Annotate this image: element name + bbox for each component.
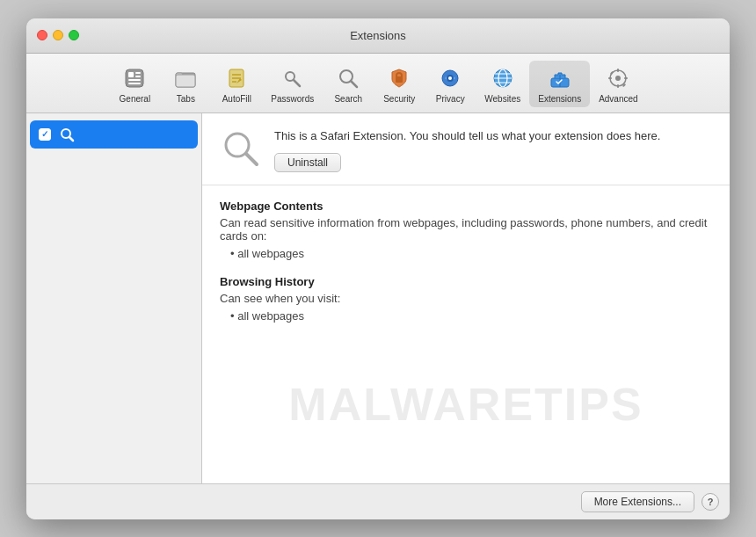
passwords-icon (279, 64, 307, 92)
extension-description: This is a Safari Extension. You should t… (274, 127, 712, 145)
toolbar-item-extensions[interactable]: Extensions (529, 61, 590, 107)
autofill-label: AutoFill (222, 94, 251, 104)
extension-icon-large (220, 127, 262, 170)
search-toolbar-icon (334, 64, 362, 92)
svg-rect-2 (135, 72, 141, 74)
window-title: Extensions (350, 29, 406, 42)
svg-rect-35 (624, 77, 628, 79)
general-label: General (120, 94, 151, 104)
privacy-label: Privacy (436, 94, 465, 104)
checkmark-icon: ✓ (41, 130, 48, 139)
tabs-label: Tabs (177, 94, 195, 104)
watermark: MALWARETIPS (202, 378, 730, 431)
title-bar: Extensions (26, 18, 730, 54)
svg-rect-4 (128, 79, 141, 81)
browsing-history-list: all webpages (220, 308, 712, 323)
privacy-icon (436, 64, 464, 92)
svg-point-31 (615, 76, 621, 81)
svg-rect-34 (608, 77, 612, 79)
toolbar-item-search[interactable]: Search (323, 61, 374, 107)
webpage-contents-block: Webpage Contents Can read sensitive info… (220, 200, 712, 261)
webpage-contents-title: Webpage Contents (220, 200, 712, 213)
svg-rect-8 (176, 75, 195, 87)
extension-enabled-checkbox[interactable]: ✓ (39, 128, 51, 141)
toolbar-item-privacy[interactable]: Privacy (425, 61, 476, 107)
svg-rect-32 (617, 69, 619, 72)
svg-point-22 (448, 76, 452, 80)
browsing-history-title: Browsing History (220, 275, 712, 288)
webpage-contents-item: all webpages (230, 246, 712, 261)
svg-rect-5 (128, 83, 141, 84)
advanced-icon (604, 64, 632, 92)
minimize-button[interactable] (53, 30, 63, 40)
svg-rect-1 (128, 72, 134, 77)
extension-info: This is a Safari Extension. You should t… (274, 127, 712, 173)
watermark-text: MALWARETIPS (288, 378, 643, 431)
bottom-bar: More Extensions... ? (26, 483, 730, 519)
passwords-label: Passwords (271, 94, 314, 104)
browsing-history-block: Browsing History Can see when you visit:… (220, 275, 712, 323)
svg-line-41 (246, 154, 257, 164)
security-icon (385, 64, 413, 92)
tabs-icon (171, 64, 200, 92)
security-label: Security (383, 94, 415, 104)
toolbar-item-security[interactable]: Security (374, 61, 425, 107)
permissions-section: Webpage Contents Can read sensitive info… (202, 185, 730, 352)
toolbar-item-autofill[interactable]: AutoFill (211, 61, 262, 107)
sidebar: ✓ (26, 113, 202, 483)
more-extensions-button[interactable]: More Extensions... (581, 491, 694, 512)
toolbar-item-passwords[interactable]: Passwords (262, 61, 323, 107)
extension-sidebar-icon (58, 126, 76, 143)
sidebar-item-search-ext[interactable]: ✓ (30, 120, 198, 149)
toolbar-item-advanced[interactable]: Advanced (590, 61, 646, 107)
detail-panel: MALWARETIPS This is a Safari Extension. … (202, 113, 730, 483)
help-button[interactable]: ? (701, 493, 719, 511)
safari-preferences-window: Extensions General (26, 18, 730, 519)
websites-icon (489, 64, 517, 92)
toolbar-item-websites[interactable]: Websites (476, 61, 529, 107)
toolbar-item-general[interactable]: General (109, 61, 160, 107)
svg-rect-33 (617, 84, 619, 88)
search-label: Search (334, 94, 362, 104)
main-content: ✓ MALWARETIPS (26, 113, 730, 483)
svg-rect-3 (135, 76, 141, 77)
websites-label: Websites (484, 94, 520, 104)
fullscreen-button[interactable] (69, 30, 79, 40)
extension-header: This is a Safari Extension. You should t… (202, 113, 730, 186)
traffic-lights (37, 30, 79, 40)
svg-line-39 (69, 137, 73, 141)
toolbar: General Tabs (26, 54, 730, 113)
webpage-contents-desc: Can read sensitive information from webp… (220, 216, 712, 243)
autofill-icon (222, 64, 251, 92)
extensions-label: Extensions (538, 94, 581, 104)
general-icon (120, 64, 149, 92)
toolbar-item-tabs[interactable]: Tabs (160, 61, 211, 107)
extensions-icon (546, 64, 574, 92)
uninstall-button[interactable]: Uninstall (274, 153, 341, 172)
advanced-label: Advanced (599, 94, 637, 104)
close-button[interactable] (37, 30, 47, 40)
svg-line-17 (351, 81, 357, 87)
browsing-history-item: all webpages (230, 308, 712, 323)
browsing-history-desc: Can see when you visit: (220, 292, 712, 305)
webpage-contents-list: all webpages (220, 246, 712, 261)
